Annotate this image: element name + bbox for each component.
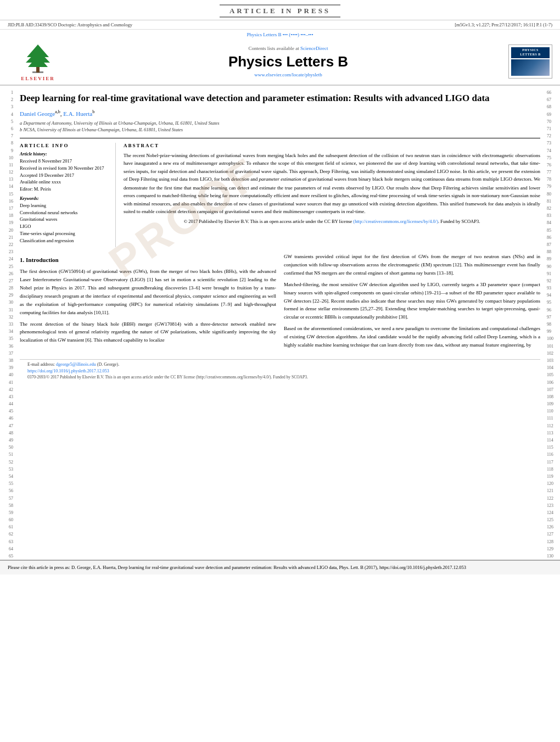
copyright-text: © 2017 Published by Elsevier B.V. This i… — [184, 219, 352, 224]
intro-para1: The first detection (GW150914) of gravit… — [20, 267, 276, 316]
line-num-24: 24 — [0, 255, 13, 263]
affiliations: a Department of Astronomy, University of… — [20, 120, 540, 134]
journal-link-bar: Physics Letters B ••• (••••) •••–••• — [0, 30, 560, 38]
author1-name: Daniel George — [20, 110, 55, 117]
email-label: E-mail address: — [27, 362, 55, 367]
citation-text: Please cite this article in press as: D.… — [8, 565, 466, 570]
line-num-49: 49 — [0, 437, 13, 444]
line-num-93: 93 — [547, 284, 560, 292]
line-num-46: 46 — [0, 415, 13, 422]
line-num-112: 112 — [547, 422, 560, 429]
keyword1: Deep learning — [20, 202, 110, 209]
line-num-23: 23 — [0, 248, 13, 255]
article-in-press-banner: ARTICLE IN PRESS — [0, 0, 560, 20]
contents-available: Contents lists available at ScienceDirec… — [74, 46, 503, 51]
line-num-127: 127 — [547, 531, 560, 538]
line-num-56: 56 — [0, 487, 13, 494]
line-num-76: 76 — [547, 161, 560, 169]
author2-link[interactable]: E.A. Huerta — [63, 110, 92, 117]
line-num-82: 82 — [547, 205, 560, 212]
line-num-92: 92 — [547, 277, 560, 284]
line-num-44: 44 — [0, 400, 13, 408]
journal-url: www.elsevier.com/locate/physletb — [74, 72, 503, 77]
line-num-104: 104 — [547, 364, 560, 371]
abstract-italic1: detection — [231, 176, 249, 182]
history-label: Article history: — [20, 152, 110, 157]
doi-link[interactable]: https://doi.org/10.1016/j.physletb.2017.… — [27, 369, 109, 373]
line-num-79: 79 — [547, 183, 560, 190]
line-num-106: 106 — [547, 379, 560, 386]
footer-copyright: 0370-2693/© 2017 Published by Elsevier B… — [27, 375, 533, 380]
line-num-119: 119 — [547, 473, 560, 480]
article-info-abstract: ARTICLE INFO Article history: Received 8… — [20, 138, 540, 247]
line-num-75: 75 — [547, 154, 560, 161]
line-num-118: 118 — [547, 466, 560, 473]
article-title: Deep learning for real-time gravitationa… — [20, 92, 540, 105]
doi-text: https://doi.org/10.1016/j.physletb.2017.… — [27, 369, 109, 373]
line-num-103: 103 — [547, 357, 560, 364]
line-num-50: 50 — [0, 444, 13, 451]
line-num-12: 12 — [0, 169, 13, 176]
intro-para2: The recent detection of the binary black… — [20, 320, 276, 345]
line-num-42: 42 — [0, 386, 13, 393]
line-num-51: 51 — [0, 451, 13, 458]
badge-graphic — [511, 59, 550, 76]
line-num-99: 99 — [547, 328, 560, 335]
line-num-61: 61 — [0, 523, 13, 531]
line-num-59: 59 — [0, 509, 13, 516]
line-num-81: 81 — [547, 198, 560, 205]
science-direct-link[interactable]: ScienceDirect — [300, 46, 328, 51]
article-info-col: ARTICLE INFO Article history: Received 8… — [20, 143, 116, 247]
line-num-126: 126 — [547, 523, 560, 531]
intro-col2-para3: Based on the aforementioned consideratio… — [284, 325, 540, 349]
line-num-80: 80 — [547, 191, 560, 198]
line-num-7: 7 — [0, 132, 13, 140]
line-num-63: 63 — [0, 538, 13, 545]
contents-text: Contents lists available at — [249, 46, 299, 51]
line-num-9: 9 — [0, 147, 13, 154]
line-num-90: 90 — [547, 263, 560, 270]
line-num-31: 31 — [0, 306, 13, 314]
line-num-36: 36 — [0, 343, 13, 350]
line-num-68: 68 — [547, 103, 560, 110]
citation-bar: Please cite this article in press as: D.… — [0, 560, 560, 574]
email-link[interactable]: dgeorge5@illinois.edu — [56, 362, 96, 367]
line-num-120: 120 — [547, 480, 560, 487]
line-num-3: 3 — [0, 103, 13, 110]
line-num-123: 123 — [547, 502, 560, 509]
journal-header-center: Contents lists available at ScienceDirec… — [74, 46, 503, 77]
line-num-114: 114 — [547, 437, 560, 444]
accepted-date: Accepted 19 December 2017 — [20, 172, 110, 179]
intro-heading: 1. Introduction — [20, 255, 276, 265]
line-num-13: 13 — [0, 176, 13, 183]
line-num-74: 74 — [547, 147, 560, 154]
line-num-110: 110 — [547, 408, 560, 415]
keyword6: Classification and regression — [20, 237, 110, 244]
keyword2: Convolutional neural networks — [20, 209, 110, 216]
line-num-34: 34 — [0, 328, 13, 335]
line-num-102: 102 — [547, 350, 560, 357]
line-num-124: 124 — [547, 509, 560, 516]
funded-text: . Funded by SCOAP3. — [438, 219, 480, 224]
intro-col2-para1: GW transients provided critical input fo… — [284, 253, 540, 277]
line-num-10: 10 — [0, 154, 13, 161]
line-num-11: 11 — [0, 161, 13, 169]
line-num-97: 97 — [547, 314, 560, 321]
line-num-128: 128 — [547, 538, 560, 545]
abstract-italic2: parameter estimation — [259, 176, 301, 182]
line-num-33: 33 — [0, 321, 13, 328]
line-num-15: 15 — [0, 191, 13, 198]
line-num-66: 66 — [547, 89, 560, 96]
line-num-18: 18 — [0, 212, 13, 219]
license-link[interactable]: (http://creativecommons.org/licenses/by/… — [353, 219, 438, 224]
meta-left: JID:PLB AID:33439/SCO Doctopic: Astrophy… — [8, 22, 132, 27]
line-num-38: 38 — [0, 357, 13, 364]
author1-link[interactable]: Daniel George — [20, 110, 55, 117]
footer-doi: https://doi.org/10.1016/j.physletb.2017.… — [27, 369, 533, 373]
line-num-113: 113 — [547, 429, 560, 437]
line-numbers-left: 1 2 3 4 5 6 7 8 9 10 11 12 13 14 15 16 1… — [0, 86, 15, 560]
line-num-107: 107 — [547, 386, 560, 393]
abstract-heading: ABSTRACT — [124, 143, 540, 148]
line-num-25: 25 — [0, 263, 13, 270]
line-num-14: 14 — [0, 183, 13, 190]
